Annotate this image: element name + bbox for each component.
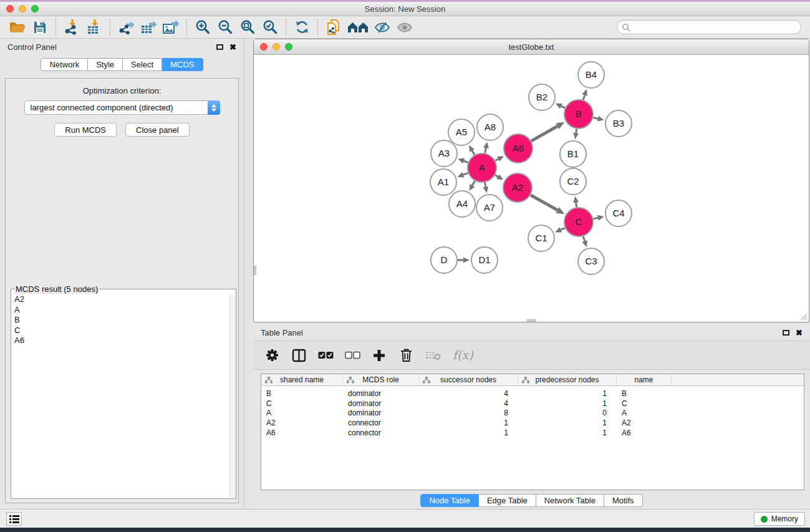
hide-selected-button[interactable] bbox=[372, 18, 392, 37]
mcds-result-item[interactable]: B bbox=[14, 315, 236, 326]
column-header-shared-name[interactable]: shared name bbox=[261, 374, 343, 385]
column-header-MCDS-role[interactable]: MCDS role bbox=[343, 374, 419, 385]
table-row[interactable]: A6connector11A6 bbox=[261, 428, 804, 438]
left-splitter-grip[interactable] bbox=[254, 266, 256, 275]
edge-A-A7[interactable] bbox=[483, 183, 488, 193]
search-field[interactable] bbox=[617, 20, 801, 34]
criterion-select[interactable]: largest connected component (directed) bbox=[24, 100, 220, 115]
edge-C-C4[interactable] bbox=[593, 215, 604, 221]
table-row[interactable]: Cdominator41C bbox=[261, 399, 804, 409]
edge-A-A4[interactable] bbox=[470, 181, 475, 191]
memory-button[interactable]: Memory bbox=[754, 512, 805, 526]
zoom-selected-button[interactable] bbox=[260, 18, 280, 37]
zoom-out-button[interactable] bbox=[215, 18, 235, 37]
add-row-button[interactable] bbox=[370, 347, 388, 364]
column-header-name[interactable]: name bbox=[617, 374, 672, 385]
edge-A-A3[interactable] bbox=[458, 158, 468, 163]
node-B1[interactable]: B1 bbox=[560, 141, 586, 167]
run-mcds-button[interactable]: Run MCDS bbox=[54, 123, 117, 137]
node-C[interactable]: C bbox=[564, 208, 593, 236]
node-C1[interactable]: C1 bbox=[528, 225, 554, 251]
node-B2[interactable]: B2 bbox=[529, 84, 555, 110]
mcds-result-item[interactable]: A2 bbox=[14, 294, 236, 305]
mcds-result-item[interactable]: A6 bbox=[14, 336, 236, 346]
column-header-successor-nodes[interactable]: successor nodes bbox=[419, 374, 518, 385]
mcds-result-item[interactable]: A bbox=[14, 305, 236, 316]
table-settings-button[interactable] bbox=[263, 347, 281, 364]
column-header-predecessor-nodes[interactable]: predecessor nodes bbox=[518, 374, 617, 385]
node-A4[interactable]: A4 bbox=[449, 191, 475, 217]
resize-grip-icon[interactable] bbox=[799, 312, 808, 321]
import-network-button[interactable] bbox=[62, 18, 82, 37]
tab-network[interactable]: Network bbox=[41, 58, 88, 71]
export-table-button[interactable] bbox=[138, 18, 158, 37]
edge-B-B1[interactable] bbox=[573, 129, 579, 139]
delete-table-button[interactable] bbox=[424, 347, 441, 364]
node-A6[interactable]: A6 bbox=[504, 134, 533, 163]
node-A5[interactable]: A5 bbox=[448, 119, 475, 145]
edge-A-A1[interactable] bbox=[458, 172, 468, 177]
show-column-button[interactable] bbox=[290, 347, 307, 364]
edge-A2-C[interactable] bbox=[531, 195, 564, 215]
close-panel-icon[interactable]: ✖ bbox=[229, 43, 236, 51]
export-network-button[interactable] bbox=[116, 18, 136, 37]
node-C3[interactable]: C3 bbox=[578, 248, 604, 274]
apply-layout-button[interactable] bbox=[292, 18, 312, 37]
tab-mcds[interactable]: MCDS bbox=[162, 58, 203, 71]
float-panel-icon[interactable] bbox=[216, 44, 223, 50]
edge-A6-B[interactable] bbox=[531, 122, 565, 141]
table-tab-network-table[interactable]: Network Table bbox=[536, 494, 604, 507]
edge-B-B2[interactable] bbox=[556, 104, 565, 109]
save-session-button[interactable] bbox=[30, 18, 50, 37]
zoom-in-button[interactable] bbox=[193, 18, 213, 37]
node-A1[interactable]: A1 bbox=[430, 169, 456, 195]
edge-A-A6[interactable] bbox=[495, 156, 504, 162]
close-table-panel-icon[interactable]: ✖ bbox=[796, 329, 803, 337]
edge-A-A2[interactable] bbox=[495, 174, 503, 180]
node-D1[interactable]: D1 bbox=[471, 247, 498, 273]
table-row[interactable]: Adominator80A bbox=[261, 409, 804, 418]
delete-row-button[interactable] bbox=[397, 347, 415, 364]
first-neighbors-button[interactable] bbox=[346, 18, 370, 37]
network-canvas[interactable]: B4B2BB3A8A5A6A3B1AA1C2A2A4A7C4CC1C3DD1 bbox=[254, 55, 809, 322]
node-B[interactable]: B bbox=[564, 100, 593, 128]
bottom-splitter-grip[interactable] bbox=[527, 319, 536, 322]
deselect-all-button[interactable] bbox=[344, 347, 361, 364]
close-panel-button[interactable]: Close panel bbox=[125, 123, 190, 137]
tab-style[interactable]: Style bbox=[88, 58, 123, 71]
network-window-titlebar[interactable]: testGlobe.txt bbox=[254, 39, 809, 55]
node-B3[interactable]: B3 bbox=[605, 110, 632, 137]
node-C4[interactable]: C4 bbox=[605, 200, 632, 226]
node-A3[interactable]: A3 bbox=[431, 140, 457, 167]
edge-C-C3[interactable] bbox=[582, 236, 587, 247]
open-session-button[interactable] bbox=[7, 18, 27, 37]
table-tab-node-table[interactable]: Node Table bbox=[420, 494, 479, 507]
edge-A-A5[interactable] bbox=[469, 145, 475, 155]
zoom-fit-button[interactable] bbox=[238, 18, 258, 37]
result-scrollbar[interactable] bbox=[229, 295, 235, 498]
table-row[interactable]: Bdominator41B bbox=[261, 389, 804, 399]
table-tab-motifs[interactable]: Motifs bbox=[604, 494, 643, 507]
network-from-selection-button[interactable] bbox=[324, 18, 344, 37]
tab-select[interactable]: Select bbox=[123, 58, 162, 71]
task-history-button[interactable] bbox=[6, 512, 22, 526]
edge-B-B3[interactable] bbox=[593, 116, 604, 122]
node-D[interactable]: D bbox=[431, 247, 457, 273]
function-builder-button[interactable]: f(x) bbox=[451, 347, 478, 364]
float-table-panel-icon[interactable] bbox=[783, 330, 789, 336]
node-A8[interactable]: A8 bbox=[477, 114, 503, 140]
edge-B-B4[interactable] bbox=[582, 89, 587, 100]
edge-C-C1[interactable] bbox=[555, 227, 565, 232]
node-A2[interactable]: A2 bbox=[503, 173, 532, 202]
import-table-button[interactable] bbox=[84, 18, 104, 37]
edge-D-D1[interactable] bbox=[458, 258, 470, 263]
node-A[interactable]: A bbox=[468, 153, 496, 182]
edge-C-C2[interactable] bbox=[573, 196, 579, 207]
select-all-button[interactable] bbox=[317, 347, 334, 364]
node-C2[interactable]: C2 bbox=[560, 168, 586, 195]
export-image-button[interactable] bbox=[161, 18, 181, 37]
table-row[interactable]: A2connector11A2 bbox=[261, 418, 804, 428]
show-all-button[interactable] bbox=[395, 18, 415, 37]
mcds-result-item[interactable]: C bbox=[14, 326, 236, 336]
table-tab-edge-table[interactable]: Edge Table bbox=[479, 494, 536, 507]
